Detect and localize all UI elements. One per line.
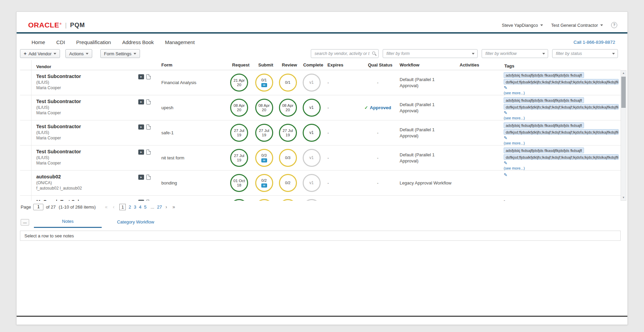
user-menu[interactable]: Steve YapDiangco	[502, 23, 543, 28]
document-icon[interactable]	[146, 124, 150, 130]
page-current[interactable]: 1	[119, 204, 126, 210]
complete-status-circle[interactable]: v1	[303, 124, 321, 142]
tag-pill[interactable]: adsfjdskj fkdsajfljdsfjds flkasdjflkjdsf…	[504, 148, 584, 153]
org-menu[interactable]: Test General Contractor	[551, 23, 603, 28]
vendor-name-link[interactable]: McGough Test Sub	[36, 199, 81, 201]
submit-status-circle[interactable]: 0/1✉	[255, 74, 273, 92]
report-icon[interactable]: ▸	[138, 175, 144, 180]
request-status-circle[interactable]: 27 Jul19	[230, 124, 248, 142]
nav-item-management[interactable]: Management	[165, 39, 195, 45]
edit-tags-icon[interactable]: ✎	[504, 85, 619, 90]
see-more-link[interactable]: (see more...)	[504, 116, 619, 120]
nav-item-home[interactable]: Home	[32, 39, 45, 45]
see-more-link[interactable]: (see more...)	[504, 141, 619, 145]
document-icon[interactable]	[146, 150, 150, 155]
page-link[interactable]: 2	[128, 204, 131, 210]
submit-status-circle[interactable]: 0/3✉	[255, 149, 273, 167]
tag-pill[interactable]: adsfjdskj fkdsajfljdsfjds flkasdjflkjdsf…	[504, 122, 584, 128]
document-icon[interactable]	[146, 200, 150, 201]
form-settings-button[interactable]: Form Settings	[100, 49, 140, 58]
request-status-circle[interactable]: 01 Oct18	[230, 174, 248, 192]
vendor-name-link[interactable]: autosub02	[36, 174, 82, 180]
report-icon[interactable]: ▸	[138, 200, 144, 201]
table-row[interactable]: Test Subcontractor(IL/US)Maria Cooper▸ni…	[20, 145, 621, 171]
tag-pill[interactable]: dsflkjsd;fljdsalkfjdkljfs;lkdajf;lkdsjf;…	[504, 129, 619, 135]
vendor-name-link[interactable]: Test Subcontractor	[36, 99, 81, 104]
table-row[interactable]: autosub02(ON/CA)f_autosub02 l_autosub02▸…	[20, 171, 621, 196]
tag-pill[interactable]: adsfjdskj fkdsajfljdsfjds flkasdjflkjdsf…	[504, 72, 584, 78]
tag-pill[interactable]: dsflkjsd;fljdsalkfjdkljfs;lkdajf;lkdsjf;…	[504, 154, 619, 160]
see-more-link[interactable]: (see more...)	[504, 166, 619, 170]
nav-item-cdi[interactable]: CDI	[56, 39, 65, 45]
edit-tags-icon[interactable]: ✎	[504, 111, 619, 115]
prev-page-button[interactable]: ‹	[110, 204, 117, 210]
complete-status-circle[interactable]: v1	[303, 99, 321, 117]
submit-status-circle[interactable]: 0/3	[255, 199, 273, 201]
table-row[interactable]: McGough Test Sub(MN/US)▸test-31-831 Aug0…	[20, 196, 621, 201]
submit-status-circle[interactable]: 0/2✉	[255, 174, 273, 192]
review-status-circle[interactable]: 0/2	[279, 174, 297, 192]
nav-item-address-book[interactable]: Address Book	[122, 39, 154, 45]
document-icon[interactable]	[146, 175, 150, 180]
document-icon[interactable]	[146, 74, 150, 79]
next-page-button[interactable]: ›	[163, 204, 169, 210]
filter-by-status-select[interactable]: filter by status	[552, 49, 618, 58]
scroll-down-icon[interactable]: ▼	[621, 195, 626, 200]
filter-by-workflow-select[interactable]: filter by workflow	[482, 49, 548, 58]
complete-status-circle[interactable]: v1	[303, 199, 321, 201]
page-link[interactable]: 3	[134, 204, 136, 210]
page-link-last[interactable]: 27	[157, 204, 162, 210]
review-status-circle[interactable]: 0/3	[279, 149, 297, 167]
scroll-up-icon[interactable]: ▲	[621, 71, 626, 76]
table-scrollbar[interactable]: ▲ ▼	[621, 70, 626, 201]
tag-pill[interactable]: adsfjdskj fkdsajfljdsfjds flkasdjflkjdsf…	[504, 97, 584, 103]
edit-tags-icon[interactable]: ✎	[504, 161, 619, 165]
search-icon[interactable]	[372, 52, 375, 55]
review-status-circle[interactable]: 08 Apr20	[279, 99, 297, 117]
report-icon[interactable]: ▸	[138, 124, 144, 130]
search-input[interactable]	[311, 49, 379, 58]
page-link[interactable]: 5	[144, 204, 146, 210]
review-status-circle[interactable]: 0/1	[279, 74, 297, 92]
first-page-button[interactable]: «	[103, 204, 109, 210]
report-icon[interactable]: ▸	[138, 74, 144, 79]
tab-category-workflow[interactable]: Category Workflow	[102, 217, 169, 228]
complete-status-circle[interactable]: v1	[303, 149, 321, 167]
page-input[interactable]	[33, 204, 43, 210]
collapse-panel-button[interactable]: —	[21, 219, 29, 226]
request-status-circle[interactable]: 08 Apr20	[230, 99, 248, 117]
report-icon[interactable]: ▸	[138, 99, 144, 104]
report-icon[interactable]: ▸	[138, 150, 144, 155]
page-link[interactable]: 4	[139, 204, 141, 210]
see-more-link[interactable]: (see more...)	[504, 91, 619, 95]
complete-status-circle[interactable]: v1	[303, 74, 321, 92]
request-status-circle[interactable]: 21 Apr20	[230, 74, 248, 92]
table-row[interactable]: Test Subcontractor(IL/US)Maria Cooper▸up…	[20, 95, 621, 120]
edit-tags-icon[interactable]: ✎	[504, 173, 619, 177]
request-status-circle[interactable]: 31 Aug	[230, 199, 248, 201]
last-page-button[interactable]: »	[171, 204, 177, 210]
review-status-circle[interactable]: 27 Jul19	[279, 124, 297, 142]
table-row[interactable]: Test Subcontractor(IL/US)Maria Cooper▸sa…	[20, 120, 621, 145]
submit-status-circle[interactable]: 08 Apr20	[255, 99, 273, 117]
add-vendor-button[interactable]: + Add Vendor	[20, 49, 60, 58]
complete-status-circle[interactable]: v1	[303, 174, 321, 192]
actions-button[interactable]: Actions	[65, 49, 92, 58]
tab-notes[interactable]: Notes	[34, 217, 102, 228]
document-icon[interactable]	[146, 99, 150, 104]
vendor-name-link[interactable]: Test Subcontractor	[36, 74, 81, 79]
review-status-circle[interactable]: 0/3	[279, 199, 297, 201]
table-row[interactable]: Test Subcontractor(IL/US)Maria Cooper▸Fi…	[20, 70, 621, 95]
tag-pill[interactable]: dsflkjsd;fljdsalkfjdkljfs;lkdajf;lkdsjf;…	[504, 79, 619, 85]
qual-status-value[interactable]: Approved	[370, 105, 391, 110]
vendor-name-link[interactable]: Test Subcontractor	[36, 124, 81, 130]
vendor-name-link[interactable]: Test Subcontractor	[36, 149, 81, 155]
request-status-circle[interactable]: 27 Jul19	[230, 149, 248, 167]
scrollbar-thumb[interactable]	[621, 77, 626, 108]
filter-by-form-select[interactable]: filter by form	[383, 49, 478, 58]
edit-tags-icon[interactable]: ✎	[504, 136, 619, 140]
submit-status-circle[interactable]: 27 Jul19	[255, 124, 273, 142]
call-link[interactable]: Call 1-866-839-8872	[573, 40, 615, 45]
nav-item-prequalification[interactable]: Prequalification	[76, 39, 111, 45]
help-button[interactable]: ?	[611, 22, 617, 28]
